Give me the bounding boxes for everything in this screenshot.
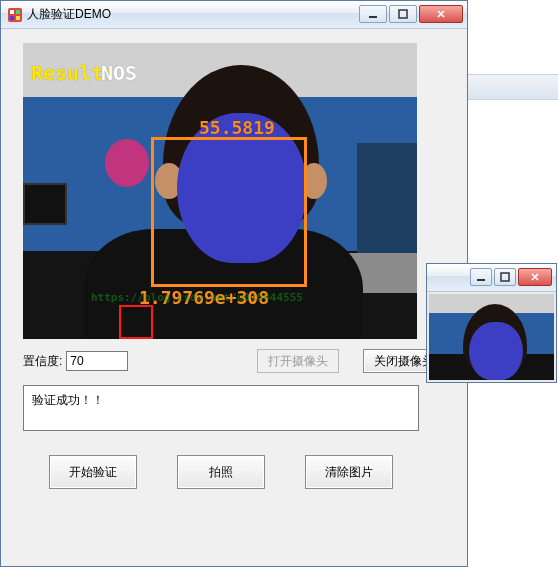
secondary-window [426,263,557,383]
svg-rect-1 [10,10,14,14]
close-button[interactable] [419,5,463,23]
minimize-button[interactable] [359,5,387,23]
svg-rect-2 [16,10,20,14]
preview-canvas [429,294,554,380]
secondary-close-button[interactable] [518,268,552,286]
secondary-titlebar[interactable] [427,264,556,292]
main-window: 人脸验证DEMO R [0,0,468,567]
preview-face-mask [469,322,523,380]
svg-rect-4 [16,16,20,20]
confidence-input[interactable] [66,351,128,371]
svg-rect-9 [477,279,485,281]
open-camera-button[interactable]: 打开摄像头 [257,349,339,373]
main-window-controls [359,5,463,25]
maximize-button[interactable] [389,5,417,23]
background-header-strip [468,74,558,100]
svg-rect-5 [369,16,377,18]
app-icon [7,7,23,23]
secondary-bounding-box [119,305,153,339]
svg-rect-6 [399,10,407,18]
main-client-area: Result: NOS 55.5819 1.79769e+308 https:/… [1,29,467,566]
status-log: 验证成功！！ [23,385,419,431]
clear-image-button[interactable]: 清除图片 [305,455,393,489]
scene-panel-right [357,143,417,253]
main-window-title: 人脸验证DEMO [27,6,111,23]
secondary-window-controls [470,268,552,288]
action-row: 开始验证 拍照 清除图片 [23,455,445,489]
overlay-watermark: https://blog.csdn.net/u010944555 [91,291,303,304]
face-bounding-box [151,137,307,287]
take-photo-button[interactable]: 拍照 [177,455,265,489]
secondary-client-area [427,292,556,382]
secondary-minimize-button[interactable] [470,268,492,286]
confidence-label: 置信度: [23,353,62,370]
scene-monitor-left [23,183,67,225]
main-titlebar[interactable]: 人脸验证DEMO [1,1,467,29]
overlay-result-value: NOS [101,61,137,85]
overlay-top-score: 55.5819 [199,117,275,138]
confidence-row: 置信度: 打开摄像头 关闭摄像头 [23,349,445,373]
svg-rect-3 [10,16,14,20]
secondary-maximize-button[interactable] [494,268,516,286]
video-canvas: Result: NOS 55.5819 1.79769e+308 https:/… [23,43,417,339]
scene-headphone [105,139,149,187]
start-verify-button[interactable]: 开始验证 [49,455,137,489]
status-log-text: 验证成功！！ [32,393,104,407]
svg-rect-10 [501,273,509,281]
